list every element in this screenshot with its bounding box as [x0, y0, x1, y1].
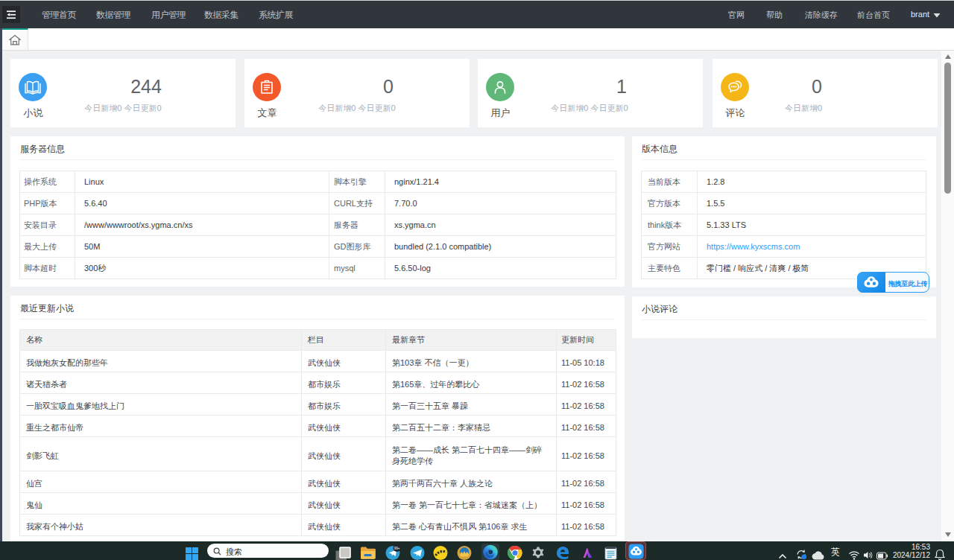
svg-text:99+: 99+: [394, 547, 400, 550]
